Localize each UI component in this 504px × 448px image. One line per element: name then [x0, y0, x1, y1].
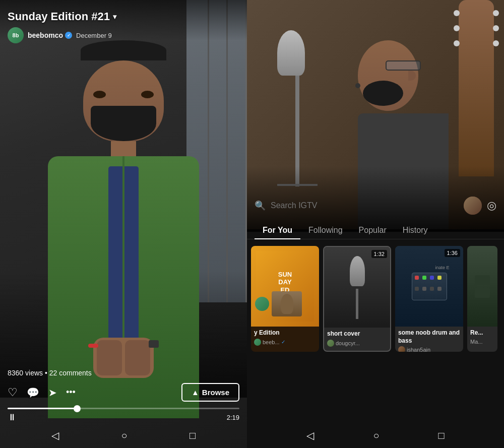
tab-popular-label: Popular: [359, 226, 387, 234]
video-stats: 8360 views • 22 comments: [8, 369, 239, 377]
card3-channel: ishan5ain: [398, 346, 460, 352]
card1-title: y Edition: [254, 329, 316, 337]
card3-channel-name: ishan5ain: [407, 347, 430, 352]
card2-thumbnail: 1:32: [324, 247, 390, 328]
video-card-3[interactable]: 1:36 inate E some noob d: [395, 246, 463, 352]
card4-thumbnail: [467, 246, 497, 327]
card3-thumbnail: 1:36 inate E: [395, 246, 463, 327]
channel-name: beebomco ✓: [28, 31, 72, 39]
video-card-1[interactable]: SUNDAYED#21 y Edition beeb...: [251, 246, 319, 352]
tabs-row: For You Following Popular History: [247, 222, 504, 239]
card3-info: some noob drum and bass ishan5ain: [395, 327, 463, 352]
progress-fill: [8, 408, 77, 409]
browse-arrow-icon: ▲: [192, 388, 199, 397]
card3-avatar: [398, 346, 405, 352]
tab-for-you[interactable]: For You: [255, 222, 300, 239]
card1-channel: beeb... ✓: [254, 339, 316, 346]
card1-info: y Edition beeb... ✓: [251, 327, 319, 348]
home-button-left[interactable]: ○: [121, 430, 127, 441]
bottom-navigation-left: ◁ ○ □: [0, 427, 247, 444]
card2-info: short cover dougcyr...: [324, 328, 390, 349]
dropdown-arrow-icon[interactable]: ▾: [113, 13, 116, 21]
tab-history-label: History: [403, 226, 428, 234]
progress-bar[interactable]: [8, 408, 239, 409]
pause-button[interactable]: ⏸: [8, 412, 17, 423]
back-button-right[interactable]: ◁: [306, 429, 314, 441]
current-time: 2:19: [227, 414, 239, 421]
progress-handle[interactable]: [74, 405, 81, 412]
share-button[interactable]: ➤: [48, 387, 57, 399]
user-avatar[interactable]: [464, 197, 482, 215]
verified-badge-icon: ✓: [65, 32, 72, 39]
video-card-4[interactable]: Re... Ma...: [467, 246, 497, 352]
browse-label: Browse: [202, 388, 229, 397]
search-bar: 🔍 ◎: [247, 197, 504, 215]
video-cards-row: SUNDAYED#21 y Edition beeb...: [247, 242, 504, 356]
time-row: ⏸ 2:19: [8, 412, 239, 423]
video-controls: 8360 views • 22 comments ♡ 💬 ➤ ••• ▲ Bro…: [0, 369, 247, 423]
channel-avatar[interactable]: 8b: [8, 27, 24, 43]
square-button-left[interactable]: □: [190, 430, 196, 441]
right-igtv-panel: 🔍 ◎ For You Following Popular History SU…: [247, 0, 504, 448]
card3-duration: 1:36: [445, 249, 460, 257]
bottom-navigation-right: ◁ ○ □: [247, 427, 504, 444]
card1-verified: ✓: [281, 339, 285, 345]
comment-button[interactable]: 💬: [27, 387, 39, 399]
search-icon: 🔍: [255, 200, 266, 211]
card1-avatar: [254, 339, 261, 346]
card2-mic-icon: [350, 256, 365, 286]
action-buttons-row: ♡ 💬 ➤ ••• ▲ Browse: [8, 383, 239, 402]
card4-channel-name: Ma...: [470, 339, 482, 345]
title-text: Sunday Edition #21: [8, 10, 110, 23]
video-date: December 9: [76, 32, 112, 39]
card2-channel: dougcyr...: [327, 340, 387, 347]
search-input[interactable]: [271, 201, 459, 210]
card2-avatar: [327, 340, 334, 347]
left-video-panel: Sunday Edition #21 ▾ 8b beebomco ✓ Decem…: [0, 0, 247, 448]
card1-thumbnail: SUNDAYED#21: [251, 246, 319, 327]
tab-following[interactable]: Following: [300, 222, 351, 239]
tab-following-label: Following: [308, 226, 343, 234]
video-title: Sunday Edition #21 ▾: [8, 10, 239, 23]
settings-icon[interactable]: ◎: [487, 199, 496, 212]
tab-history[interactable]: History: [395, 222, 436, 239]
tab-popular[interactable]: Popular: [351, 222, 395, 239]
video-title-bar: Sunday Edition #21 ▾ 8b beebomco ✓ Decem…: [8, 10, 239, 43]
card2-channel-name: dougcyr...: [336, 340, 360, 346]
browse-button[interactable]: ▲ Browse: [181, 383, 239, 402]
square-button-right[interactable]: □: [438, 430, 444, 441]
like-button[interactable]: ♡: [8, 386, 18, 399]
card2-duration: 1:32: [371, 250, 387, 258]
channel-info: 8b beebomco ✓ December 9: [8, 27, 239, 43]
video-card-2[interactable]: 1:32 short cover dougcyr...: [323, 246, 391, 352]
card2-title: short cover: [327, 330, 387, 338]
home-button-right[interactable]: ○: [373, 430, 379, 441]
card3-title: some noob drum and bass: [398, 329, 460, 345]
card1-channel-name: beeb...: [263, 339, 280, 345]
tab-for-you-label: For You: [263, 226, 292, 234]
card4-channel: Ma...: [470, 339, 494, 345]
left-actions: ♡ 💬 ➤ •••: [8, 386, 76, 399]
card4-title: Re...: [470, 329, 494, 337]
more-button[interactable]: •••: [66, 387, 76, 398]
channel-name-text: beebomco: [28, 31, 63, 39]
back-button-left[interactable]: ◁: [51, 429, 59, 441]
card4-info: Re... Ma...: [467, 327, 497, 347]
